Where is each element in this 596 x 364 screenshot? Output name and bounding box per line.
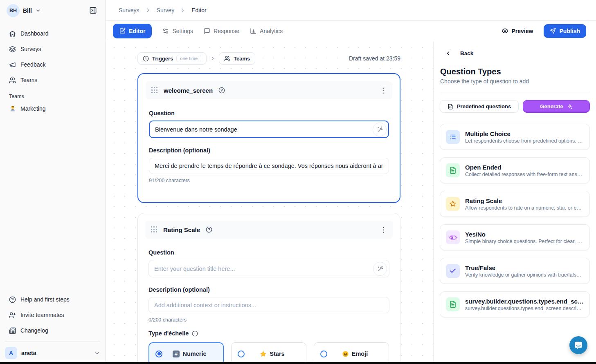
pencil-icon (119, 28, 126, 34)
question-card-welcome-screen[interactable]: welcome_screen ⋮ Question (137, 73, 400, 203)
sidebar-item-invite[interactable]: Invite teammates (5, 308, 100, 322)
type-desc: Collect detailed responses with free-for… (465, 172, 584, 177)
account-menu[interactable]: A aneta (5, 342, 100, 359)
chevron-down-icon (94, 350, 100, 356)
tab-response[interactable]: Response (204, 28, 239, 34)
sidebar-item-surveys[interactable]: Surveys (5, 42, 100, 56)
teams-pill[interactable]: Teams (219, 52, 255, 65)
description-field-label: Description (optional) (149, 147, 389, 154)
sidebar-item-label: Changelog (20, 327, 48, 334)
breadcrumb-editor[interactable]: Editor (191, 7, 207, 13)
type-name: Open Ended (465, 164, 584, 171)
sidebar-item-label: Help and first steps (20, 296, 70, 303)
more-options-icon[interactable]: ⋮ (380, 87, 387, 94)
type-name: True/False (465, 264, 584, 271)
type-card-true-false[interactable]: True/False Verify knowledge or gather op… (440, 258, 590, 284)
predefined-questions-button[interactable]: Predefined questions (440, 100, 519, 113)
back-label: Back (460, 50, 473, 56)
teams-pill-label: Teams (234, 56, 250, 62)
bottom-strip (0, 362, 596, 364)
radio-checked-icon (155, 351, 162, 357)
file-code-icon (448, 104, 453, 109)
draft-status: Draft saved at 23:59 (349, 55, 400, 62)
sidebar-item-dashboard[interactable]: Dashboard (5, 27, 100, 40)
scale-option-label: Emoji (352, 351, 368, 357)
drag-handle-icon[interactable] (151, 87, 158, 94)
question-card-rating-scale[interactable]: Rating Scale ⋮ Question (137, 213, 400, 364)
sidebar-spacer (0, 116, 105, 289)
tab-analytics[interactable]: Analytics (250, 28, 283, 34)
scale-option-stars[interactable]: Stars (231, 342, 306, 364)
scale-type-options: # Numeric (148, 342, 389, 364)
type-desc: Verify knowledge or gather opinions with… (465, 272, 584, 278)
tab-label: Settings (172, 28, 193, 34)
chevron-down-icon (35, 8, 41, 13)
users-icon (224, 56, 230, 62)
back-button[interactable]: Back (440, 50, 590, 56)
type-card-multiple-choice[interactable]: Multiple Choice Let respondents choose f… (440, 124, 590, 150)
chat-launcher-button[interactable] (569, 336, 587, 354)
ai-rewrite-button[interactable] (373, 262, 387, 276)
publish-label: Publish (559, 28, 580, 34)
sidebar-item-teams[interactable]: Teams (5, 73, 100, 87)
workspace-name: Bill (23, 7, 32, 14)
circle-help-icon[interactable] (206, 226, 212, 233)
chart-icon (250, 28, 256, 34)
more-options-icon[interactable]: ⋮ (380, 226, 387, 233)
scale-option-label: Numeric (182, 351, 206, 357)
breadcrumb: Surveys Survey Editor (106, 0, 596, 21)
survey-meta-row: Triggers one-time Teams Draft sav (137, 52, 400, 65)
predefined-label: Predefined questions (457, 103, 511, 109)
eye-icon (502, 27, 508, 34)
sparkles-icon (567, 104, 573, 109)
sidebar-item-feedback[interactable]: Feedback (5, 58, 100, 71)
drag-handle-icon[interactable] (151, 226, 157, 233)
panel-toggle-icon (89, 7, 97, 14)
scale-type-label: Type d'échelle (148, 330, 189, 337)
sidebar-collapse-button[interactable] (86, 4, 99, 17)
builder-canvas[interactable]: Triggers one-time Teams Draft sav (106, 41, 433, 364)
scale-option-numeric[interactable]: # Numeric (148, 342, 224, 364)
scale-option-emoji[interactable]: Emoji (314, 342, 389, 364)
question-title-input[interactable] (148, 260, 389, 277)
char-counter: 0/200 characters (148, 317, 389, 323)
sidebar-item-label: Surveys (20, 46, 41, 52)
question-title-input[interactable] (149, 121, 389, 138)
question-card-title: welcome_screen (164, 87, 213, 94)
sidebar-item-changelog[interactable]: Changelog (5, 324, 100, 337)
type-card-yes-no[interactable]: Yes/No Simple binary choice questions. P… (440, 224, 590, 250)
clock-icon (143, 56, 149, 62)
workspace-switcher[interactable]: BH Bill (0, 0, 105, 21)
info-icon[interactable] (192, 331, 198, 337)
megaphone-icon (9, 61, 16, 68)
type-card-rating-scale[interactable]: Rating Scale Allow respondents to rate o… (440, 191, 590, 217)
sidebar-item-label: Dashboard (20, 30, 49, 37)
breadcrumb-surveys[interactable]: Surveys (119, 7, 139, 13)
sidebar-item-help[interactable]: Help and first steps (5, 293, 100, 306)
tab-label: Editor (129, 28, 145, 34)
sidebar-item-marketing[interactable]: Marketing (5, 102, 100, 116)
preview-button[interactable]: Preview (502, 27, 533, 34)
tab-editor[interactable]: Editor (113, 24, 152, 38)
breadcrumb-survey[interactable]: Survey (157, 7, 175, 13)
circle-help-icon[interactable] (218, 87, 225, 94)
users-icon (9, 77, 16, 84)
ai-rewrite-button[interactable] (373, 123, 387, 136)
type-card-end-screen[interactable]: survey.builder.questions.types.end_scr..… (440, 291, 590, 317)
panel-subtitle: Choose the type of question to add (440, 78, 590, 92)
preview-label: Preview (512, 28, 533, 34)
question-field-label: Question (149, 110, 389, 116)
workspace-avatar: BH (7, 4, 20, 17)
type-desc: Simple binary choice questions. Perfect … (465, 239, 584, 244)
description-input[interactable] (148, 297, 389, 313)
publish-button[interactable]: Publish (544, 24, 586, 38)
description-input[interactable] (149, 158, 389, 174)
triggers-pill[interactable]: Triggers one-time (137, 52, 207, 65)
generate-button[interactable]: Generate (523, 100, 590, 113)
teams-section-header: Teams (0, 87, 105, 102)
type-card-open-ended[interactable]: Open Ended Collect detailed responses wi… (440, 157, 590, 183)
tab-settings[interactable]: Settings (162, 28, 193, 34)
file-text-icon (446, 297, 460, 311)
chevron-right-icon (210, 56, 216, 61)
question-card-header: welcome_screen ⋮ (146, 81, 392, 99)
